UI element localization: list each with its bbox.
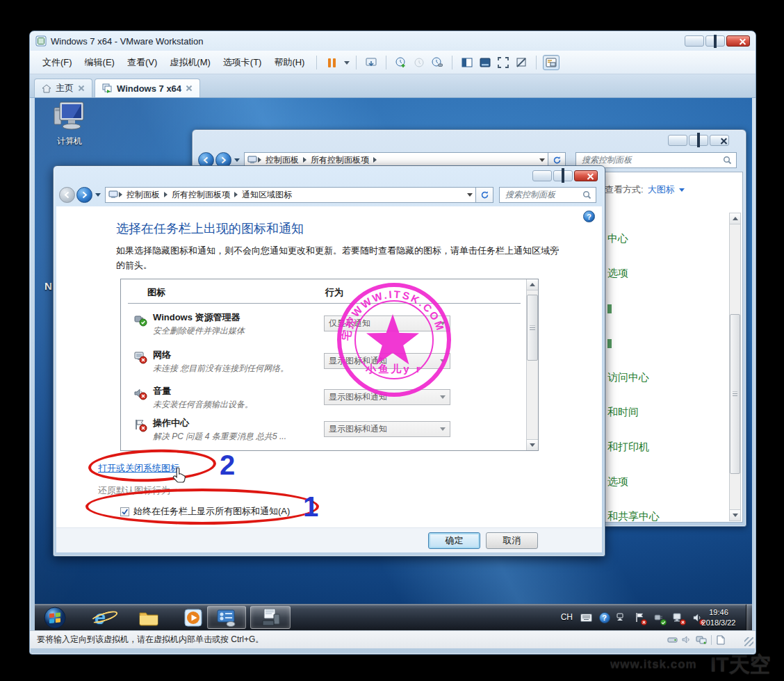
- unity-mode-button[interactable]: [513, 55, 530, 70]
- computer-window-icon: [260, 608, 281, 627]
- cp-item-partial-2[interactable]: 选项: [607, 267, 628, 280]
- partial-desktop-icon-label: N: [44, 280, 52, 292]
- tab-home[interactable]: 主页: [34, 79, 92, 97]
- cp-view-mode-value[interactable]: 大图标: [648, 183, 675, 196]
- row-desc: 未安装任何音频输出设备。: [153, 399, 253, 411]
- cp-item-partial-4[interactable]: 和时间: [607, 406, 639, 419]
- tray-action-center-icon[interactable]: [633, 612, 645, 623]
- dialog-refresh-button[interactable]: [476, 187, 493, 203]
- dialog-search-box[interactable]: [499, 187, 596, 203]
- list-scrollbar[interactable]: [526, 279, 538, 450]
- close-button[interactable]: [726, 35, 750, 47]
- cp-item-partial-fragment-2[interactable]: [607, 339, 612, 348]
- status-harddisk-icon[interactable]: [667, 635, 678, 644]
- pause-dropdown-icon[interactable]: [344, 61, 350, 65]
- cancel-button[interactable]: 取消: [486, 532, 538, 549]
- dialog-close-button[interactable]: [574, 170, 598, 181]
- taskbar-wmp-button[interactable]: [178, 606, 209, 629]
- dialog-forward-button[interactable]: [76, 187, 92, 203]
- pause-vm-button[interactable]: [323, 55, 340, 70]
- take-snapshot-button[interactable]: [393, 55, 409, 70]
- taskbar-control-panel-button[interactable]: [207, 606, 246, 629]
- desktop-icon-computer[interactable]: 计算机: [40, 101, 99, 147]
- behavior-select-action-center[interactable]: 显示图标和通知: [324, 421, 450, 437]
- menu-tabs[interactable]: 选项卡(T): [218, 54, 268, 72]
- list-scroll-down-icon[interactable]: [527, 439, 538, 450]
- cp-item-partial-fragment-1[interactable]: [607, 304, 612, 313]
- tray-help-icon[interactable]: ?: [598, 612, 610, 623]
- cp-item-partial-5[interactable]: 和打印机: [607, 441, 649, 454]
- menu-vm[interactable]: 虚拟机(M): [164, 54, 216, 72]
- tray-keyboard-icon[interactable]: [580, 612, 592, 623]
- cp-search-input[interactable]: [580, 154, 723, 165]
- cp-close-button[interactable]: [710, 135, 729, 146]
- cp-maximize-button[interactable]: [689, 135, 708, 146]
- ok-button[interactable]: 确定: [428, 532, 480, 549]
- hand-cursor-icon: [172, 466, 188, 484]
- show-desktop-button[interactable]: [746, 605, 752, 630]
- tray-usb-icon[interactable]: [653, 612, 664, 623]
- cp-minimize-button[interactable]: [668, 135, 687, 146]
- combo-caret-icon: [440, 427, 446, 431]
- tab-home-close-icon[interactable]: [78, 85, 85, 92]
- cp-history-dropdown-icon[interactable]: [234, 158, 240, 162]
- cp-location-icon: [247, 156, 257, 164]
- cp-scroll-up-icon[interactable]: [730, 213, 740, 224]
- dialog-search-input[interactable]: [504, 189, 582, 200]
- list-scroll-up-icon[interactable]: [527, 279, 538, 290]
- tab-vm-close-icon[interactable]: [186, 85, 193, 92]
- resize-grip[interactable]: [744, 637, 753, 646]
- show-library-button[interactable]: [459, 55, 475, 70]
- send-ctrl-alt-del-button[interactable]: [363, 55, 379, 70]
- dialog-breadcrumb[interactable]: 控制面板 所有控制面板项 通知区域图标: [105, 187, 476, 203]
- dialog-address-dropdown-icon[interactable]: [467, 193, 473, 197]
- cp-view-mode[interactable]: 查看方式: 大图标: [605, 183, 685, 196]
- dialog-crumb-all-items[interactable]: 所有控制面板项: [168, 189, 234, 201]
- cp-address-dropdown-icon[interactable]: [539, 158, 545, 162]
- dialog-history-dropdown-icon[interactable]: [95, 193, 101, 197]
- dialog-maximize-button[interactable]: [553, 170, 573, 181]
- dialog-crumb-control-panel[interactable]: 控制面板: [123, 189, 163, 201]
- taskbar-ie-button[interactable]: e: [85, 606, 115, 629]
- cp-scroll-thumb[interactable]: [730, 314, 740, 474]
- cp-item-partial-6[interactable]: 选项: [607, 475, 628, 489]
- cp-item-partial-3[interactable]: 访问中心: [607, 371, 649, 384]
- minimize-button[interactable]: [685, 35, 704, 47]
- menu-view[interactable]: 查看(V): [122, 54, 163, 72]
- cp-scroll-down-icon[interactable]: [730, 509, 740, 520]
- dialog-back-button[interactable]: [59, 187, 75, 203]
- tab-vm-windows7[interactable]: Windows 7 x64: [95, 79, 200, 97]
- tray-network-icon[interactable]: [672, 612, 684, 623]
- tray-language-indicator[interactable]: CH: [561, 612, 573, 622]
- usb-ready-badge: [660, 619, 667, 625]
- vm-screen: 计算机 N 控制面板 所有控: [35, 98, 752, 630]
- cp-scrollbar[interactable]: [729, 213, 741, 521]
- taskbar-computer-button[interactable]: [250, 606, 291, 629]
- manage-snapshots-button[interactable]: [429, 55, 446, 70]
- maximize-button[interactable]: [705, 35, 725, 47]
- dialog-minimize-button[interactable]: [532, 170, 552, 181]
- status-message-log-icon[interactable]: [716, 635, 725, 645]
- cp-crumb-control-panel[interactable]: 控制面板: [262, 154, 302, 166]
- dialog-crumb-notification-icons[interactable]: 通知区域图标: [238, 189, 295, 201]
- status-sound-icon[interactable]: [682, 635, 692, 644]
- list-scroll-thumb[interactable]: [527, 295, 538, 361]
- console-view-button[interactable]: [477, 55, 493, 70]
- fullscreen-button[interactable]: [495, 55, 512, 70]
- tray-show-hidden-icons[interactable]: [614, 612, 626, 623]
- revert-snapshot-button[interactable]: [411, 55, 427, 70]
- cp-item-partial-1[interactable]: 中心: [607, 232, 628, 245]
- taskbar-explorer-button[interactable]: [133, 606, 164, 629]
- cp-crumb-all-items[interactable]: 所有控制面板项: [307, 154, 373, 166]
- start-button[interactable]: [42, 606, 68, 629]
- thumbnail-bar-toggle-button[interactable]: [543, 55, 560, 70]
- cp-item-partial-7[interactable]: 和共享中心: [607, 510, 660, 523]
- help-icon[interactable]: ?: [583, 211, 595, 222]
- menu-edit[interactable]: 编辑(E): [79, 54, 120, 72]
- menu-help[interactable]: 帮助(H): [268, 54, 310, 72]
- status-network-adapter-icon[interactable]: [696, 635, 707, 644]
- itsk-stamp-watermark: 宅控WWW.ITSK.COM 小鱼儿y r: [335, 281, 453, 399]
- menu-file[interactable]: 文件(F): [37, 54, 78, 72]
- screenshot-stage: www.itsk.com IT天空 Windows 7 x64 - VMware…: [0, 0, 784, 681]
- tray-clock[interactable]: 19:46 2018/3/22: [694, 607, 744, 628]
